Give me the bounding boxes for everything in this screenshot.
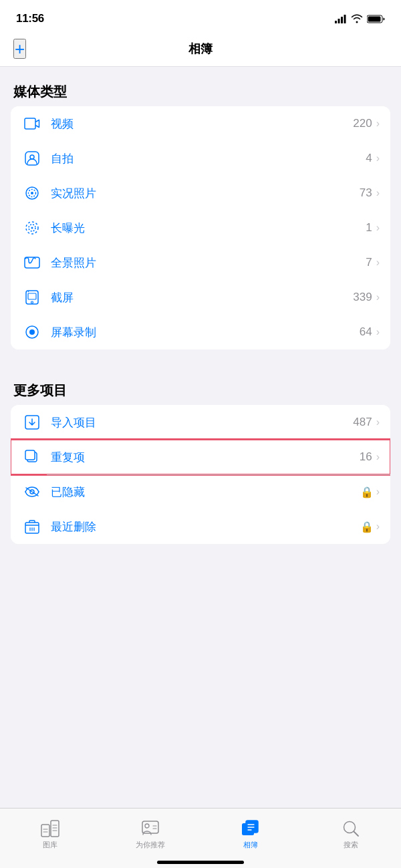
svg-point-8 — [30, 155, 34, 159]
svg-rect-0 — [335, 21, 337, 23]
list-item-screen-record[interactable]: 屏幕录制 64 › — [11, 315, 390, 349]
for-you-tab-label: 为你推荐 — [136, 840, 165, 850]
svg-point-14 — [31, 227, 33, 229]
list-item-duplicates[interactable]: 重复项 16 › — [11, 440, 390, 474]
video-label: 视频 — [51, 116, 353, 132]
tab-albums[interactable]: 相簿 — [200, 809, 301, 855]
hidden-lock-icon: 🔒 — [360, 486, 374, 498]
hidden-icon — [21, 481, 43, 502]
albums-tab-label: 相簿 — [243, 840, 258, 850]
svg-rect-27 — [41, 825, 49, 837]
status-icons — [335, 14, 385, 23]
add-album-button[interactable]: + — [13, 39, 26, 59]
tab-library[interactable]: 图库 — [0, 809, 100, 855]
import-label: 导入项目 — [51, 415, 353, 430]
duplicates-count: 16 — [360, 450, 372, 464]
tab-for-you[interactable]: 为你推荐 — [100, 809, 200, 855]
more-list-group: 导入项目 487 › 重复项 16 › — [11, 405, 390, 544]
albums-tab-icon — [241, 819, 260, 838]
duplicates-chevron: › — [376, 451, 380, 463]
selfie-chevron: › — [376, 152, 380, 164]
svg-rect-2 — [341, 17, 343, 23]
nav-title: 相簿 — [188, 41, 213, 57]
import-count: 487 — [353, 416, 372, 429]
list-item-long-exposure[interactable]: 长曝光 1 › — [11, 210, 390, 245]
search-tab-icon — [342, 819, 360, 838]
video-count: 220 — [353, 117, 372, 130]
screenshot-chevron: › — [376, 291, 380, 303]
selfie-icon — [21, 148, 43, 169]
hidden-chevron: › — [376, 486, 380, 498]
panorama-count: 7 — [366, 256, 372, 269]
duplicates-label: 重复项 — [51, 450, 360, 465]
list-item-video[interactable]: 视频 220 › — [11, 106, 390, 141]
svg-rect-17 — [28, 293, 36, 299]
long-exposure-icon — [21, 217, 43, 239]
screen-record-count: 64 — [360, 325, 372, 339]
svg-rect-1 — [338, 19, 340, 23]
tab-bar: 图库 为你推荐 相簿 — [0, 808, 401, 868]
screenshot-count: 339 — [353, 291, 372, 304]
screenshot-label: 截屏 — [51, 290, 353, 305]
long-exposure-count: 1 — [366, 221, 372, 235]
svg-rect-28 — [51, 821, 59, 837]
selfie-label: 自拍 — [51, 151, 366, 166]
live-label: 实况照片 — [51, 186, 360, 201]
duplicates-icon — [21, 446, 43, 468]
live-chevron: › — [376, 187, 380, 199]
video-icon — [21, 113, 43, 134]
list-item-selfie[interactable]: 自拍 4 › — [11, 141, 390, 176]
tab-indicator — [157, 861, 244, 864]
screen-record-chevron: › — [376, 326, 380, 338]
screen-record-label: 屏幕录制 — [51, 325, 360, 340]
list-item-screenshot[interactable]: 截屏 339 › — [11, 280, 390, 315]
list-item-hidden[interactable]: 已隐藏 🔒 › — [11, 474, 390, 509]
more-section-header: 更多项目 — [0, 366, 401, 405]
screen-record-icon — [21, 321, 43, 343]
selfie-count: 4 — [366, 152, 372, 165]
nav-bar: + 相簿 — [0, 33, 401, 67]
svg-rect-15 — [25, 257, 39, 268]
panorama-label: 全景照片 — [51, 255, 366, 271]
screenshot-icon — [21, 287, 43, 308]
list-item-import[interactable]: 导入项目 487 › — [11, 405, 390, 440]
svg-rect-5 — [368, 16, 381, 21]
long-exposure-label: 长曝光 — [51, 221, 366, 236]
status-time: 11:56 — [16, 12, 44, 25]
list-item-panorama[interactable]: 全景照片 7 › — [11, 245, 390, 280]
for-you-tab-icon — [141, 819, 160, 838]
svg-point-11 — [31, 192, 33, 194]
media-section-header: 媒体类型 — [0, 67, 401, 106]
live-icon — [21, 182, 43, 204]
hidden-label: 已隐藏 — [51, 484, 360, 500]
svg-point-30 — [145, 824, 149, 828]
svg-point-19 — [31, 301, 33, 303]
battery-icon — [367, 15, 385, 23]
import-chevron: › — [376, 416, 380, 428]
library-tab-icon — [41, 819, 59, 838]
tab-search[interactable]: 搜索 — [301, 809, 401, 855]
svg-rect-3 — [344, 15, 346, 23]
svg-rect-6 — [25, 118, 35, 129]
svg-point-18 — [28, 291, 29, 293]
media-list-group: 视频 220 › 自拍 4 › — [11, 106, 390, 349]
signal-icon — [335, 15, 347, 23]
content: 媒体类型 视频 220 › 自拍 4 — [0, 67, 401, 604]
recently-deleted-chevron: › — [376, 521, 380, 533]
svg-point-21 — [29, 329, 35, 335]
status-bar: 11:56 — [0, 0, 401, 33]
section-spacer — [0, 349, 401, 366]
recently-deleted-lock-icon: 🔒 — [360, 521, 374, 533]
list-item-live[interactable]: 实况照片 73 › — [11, 176, 390, 210]
recently-deleted-label: 最近删除 — [51, 519, 360, 535]
recently-deleted-icon — [21, 516, 43, 537]
list-item-recently-deleted[interactable]: 最近删除 🔒 › — [11, 509, 390, 544]
panorama-chevron: › — [376, 257, 380, 269]
svg-rect-33 — [246, 821, 258, 833]
import-icon — [21, 412, 43, 433]
video-chevron: › — [376, 118, 380, 130]
wifi-icon — [351, 14, 363, 23]
library-tab-label: 图库 — [43, 840, 57, 850]
live-count: 73 — [360, 186, 372, 200]
panorama-icon — [21, 252, 43, 273]
